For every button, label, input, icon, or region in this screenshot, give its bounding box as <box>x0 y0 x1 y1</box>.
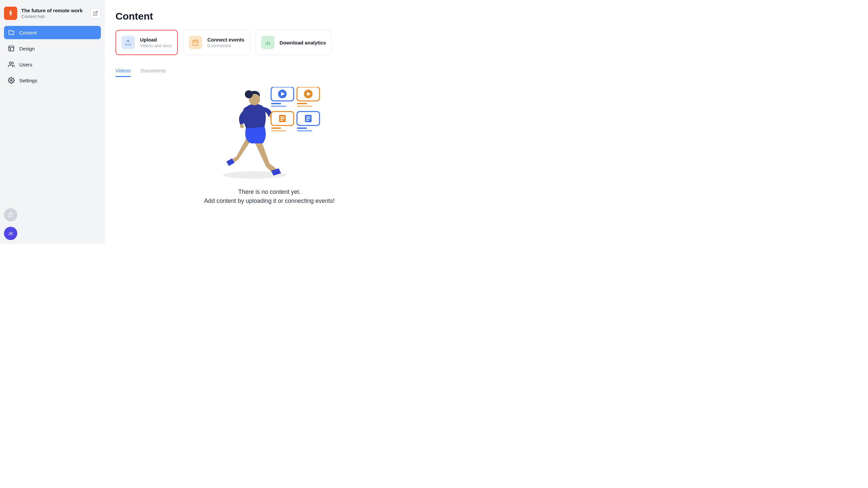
svg-point-6 <box>11 80 12 81</box>
help-button[interactable] <box>4 208 17 221</box>
open-external-button[interactable] <box>90 8 101 19</box>
avatar[interactable]: JK <box>4 227 17 240</box>
folder-icon <box>8 29 14 36</box>
sidebar-item-label: Users <box>19 62 32 67</box>
svg-rect-35 <box>271 130 286 131</box>
sidebar-item-content[interactable]: Content <box>4 26 101 39</box>
svg-rect-2 <box>9 46 14 51</box>
svg-rect-38 <box>306 117 310 118</box>
help-icon <box>8 212 13 218</box>
avatar-initials: JK <box>8 231 13 236</box>
sidebar-item-design[interactable]: Design <box>4 42 101 55</box>
svg-rect-28 <box>297 105 312 107</box>
sidebar-item-label: Settings <box>19 78 37 83</box>
card-subtitle: Videos and docs <box>140 43 172 48</box>
svg-point-20 <box>245 90 253 98</box>
hub-title: The future of remote work <box>21 8 86 13</box>
tab-videos[interactable]: Videos <box>116 65 131 77</box>
svg-rect-23 <box>271 103 281 104</box>
svg-rect-33 <box>280 120 283 121</box>
layout-icon <box>8 45 14 52</box>
users-icon <box>8 61 14 68</box>
empty-illustration <box>218 87 321 180</box>
sidebar-item-label: Design <box>19 46 35 52</box>
card-title: Download analytics <box>280 40 326 45</box>
sidebar-nav: Content Design Users Settings <box>4 26 101 87</box>
empty-message-line2: Add content by uploading it or connectin… <box>204 197 335 205</box>
svg-point-5 <box>9 62 11 64</box>
upload-icon <box>121 36 135 49</box>
svg-rect-27 <box>297 103 307 104</box>
svg-rect-24 <box>271 105 286 107</box>
page-title: Content <box>116 11 423 22</box>
sidebar-item-settings[interactable]: Settings <box>4 74 101 87</box>
card-title: Connect events <box>207 37 245 42</box>
card-upload[interactable]: Upload Videos and docs <box>116 30 178 55</box>
sidebar-header: The future of remote work Content hub <box>4 4 101 26</box>
card-subtitle: 0 connected <box>207 43 245 48</box>
empty-message-line1: There is no content yet. <box>238 188 301 195</box>
sidebar-item-label: Content <box>19 30 37 35</box>
bar-chart-icon <box>261 36 274 49</box>
card-download-analytics[interactable]: Download analytics <box>255 30 332 55</box>
svg-rect-9 <box>193 40 198 45</box>
card-connect-events[interactable]: Connect events 0 connected <box>183 30 250 55</box>
brand-icon <box>4 7 17 20</box>
external-link-icon <box>93 11 98 16</box>
svg-rect-34 <box>271 127 281 129</box>
svg-rect-31 <box>280 117 284 118</box>
hub-subtitle: Content hub <box>21 14 86 19</box>
content-tabs: Videos Documents <box>116 65 423 77</box>
sidebar: The future of remote work Content hub Co… <box>0 0 105 244</box>
calendar-icon <box>189 36 202 49</box>
svg-line-1 <box>95 11 98 13</box>
sidebar-item-users[interactable]: Users <box>4 58 101 71</box>
main-content: Content Upload Videos and docs Connect e… <box>105 0 434 244</box>
svg-rect-41 <box>297 127 307 129</box>
empty-state: There is no content yet. Add content by … <box>116 87 423 205</box>
svg-point-0 <box>10 10 11 11</box>
card-title: Upload <box>140 37 172 42</box>
svg-rect-40 <box>306 120 309 121</box>
tab-documents[interactable]: Documents <box>141 65 166 77</box>
svg-point-17 <box>240 124 244 128</box>
svg-rect-42 <box>297 130 312 131</box>
svg-rect-39 <box>306 118 310 119</box>
svg-rect-32 <box>280 118 284 119</box>
gear-icon <box>8 77 14 84</box>
